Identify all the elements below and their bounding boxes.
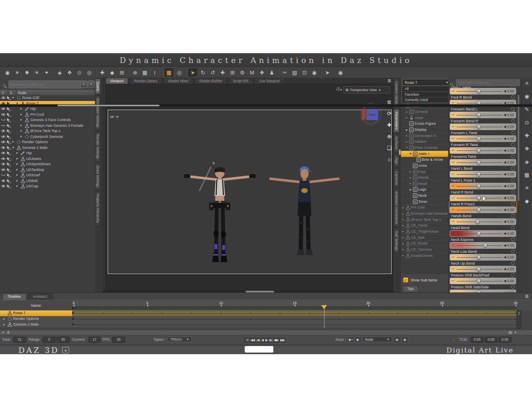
filter-add-button[interactable]: + [80, 81, 87, 88]
timeline-hscrollbar[interactable] [0, 104, 532, 107]
transform-icon[interactable]: ✚ [525, 133, 529, 139]
selectable-cursor-icon[interactable] [7, 146, 11, 151]
tab-viewport[interactable]: Viewport [106, 78, 128, 84]
range-end-value[interactable]: 30 [508, 330, 512, 335]
total-frames-field[interactable]: 31 [13, 337, 26, 343]
collapse-arrow-icon[interactable]: ▸ [402, 218, 404, 221]
slider-increment-button[interactable]: ◆ [504, 219, 506, 224]
scene-tree-row[interactable]: ▸Genesis 3 Face Controls [0, 117, 95, 123]
aspect-frame-icon[interactable]: ❏ [387, 145, 392, 151]
expand-arrow-icon[interactable]: ▾ [12, 146, 14, 149]
pan-icon[interactable]: ✚ [387, 122, 392, 128]
new-instance-icon[interactable]: ⊙ [74, 68, 84, 77]
collapse-arrow-icon[interactable]: ▸ [406, 128, 408, 132]
slider-decrement-button[interactable]: − [452, 148, 454, 153]
eye-open-icon[interactable] [1, 157, 6, 161]
parameter-tree-row[interactable]: ▸GHands [401, 175, 448, 181]
step-forward-button[interactable]: ▶| [270, 338, 272, 342]
tab-timeline[interactable]: Timeline [2, 293, 26, 300]
create-key-button[interactable]: ◆+ [347, 337, 354, 343]
timeline-row-name[interactable]: ▸Genesis 2 Male [0, 322, 72, 328]
puppeteer-icon[interactable]: ✎ [525, 106, 529, 112]
tab-scene[interactable]: Scene [95, 79, 101, 94]
collapse-arrow-icon[interactable]: ▸ [410, 176, 411, 180]
parameter-tree-row[interactable]: GTorso [401, 199, 448, 205]
hatching-tool-icon[interactable]: ▨ [290, 68, 300, 77]
tab-property-hierarchy[interactable]: Property Hierarchy [95, 191, 101, 226]
character-genesis-2-male[interactable] [266, 163, 343, 261]
tips-tab[interactable]: Tips [403, 285, 418, 292]
param-filter-currently-used[interactable]: Currently Used [402, 97, 449, 103]
hand-pose-icon[interactable]: ◈ [525, 159, 529, 165]
camera-selector[interactable]: ⊞ Perspective View ▼ [343, 86, 390, 94]
new-center-point-icon[interactable]: ◎ [84, 68, 94, 77]
selectable-cursor-icon[interactable] [7, 124, 11, 129]
collapse-arrow-icon[interactable]: ▸ [406, 110, 408, 114]
slider-value[interactable]: 0.00 [507, 195, 514, 201]
parameter-tree-row[interactable]: ▸CE_ThighHolster [401, 229, 448, 235]
collapse-arrow-icon[interactable]: ▸ [402, 229, 404, 233]
keyframe-marker[interactable]: + [220, 312, 222, 315]
slider-increment-button[interactable]: ◆ [504, 136, 506, 141]
scene-tree-row[interactable]: ▸USScarf [0, 173, 95, 178]
keyframe-marker[interactable]: + [367, 312, 369, 315]
tcb-c-field[interactable]: 0.00 [485, 337, 498, 343]
eye-open-icon[interactable] [1, 179, 6, 183]
slider-decrement-button[interactable]: − [452, 171, 454, 177]
rotate-tool-icon[interactable]: ↻ [198, 68, 208, 77]
slider-value[interactable]: 0.00 [507, 231, 514, 236]
current-frame-field[interactable]: 17 [88, 337, 101, 343]
collapse-arrow-icon[interactable]: ▸ [20, 112, 22, 116]
joint-editor-icon[interactable]: ⚙ [237, 68, 247, 77]
slider-handle[interactable] [477, 255, 481, 260]
parameter-tree-row[interactable]: GBow & Arrow [401, 157, 448, 163]
slider-control[interactable]: −◆0.00 [450, 88, 516, 94]
slider-value[interactable]: 0.00 [507, 112, 514, 118]
tab-script-ide[interactable]: Script IDE [228, 78, 253, 84]
collapse-arrow-icon[interactable]: ▸ [20, 107, 22, 110]
range-end-handle[interactable]: ▾ [515, 331, 516, 334]
slider-control[interactable]: −◆0.00 [450, 218, 516, 225]
slider-handle[interactable] [477, 267, 481, 272]
active-pose-tool-icon[interactable]: ↺ [208, 68, 218, 77]
translate-tool-icon[interactable]: ✚ [218, 68, 228, 77]
keyframe-marker[interactable]: + [338, 312, 340, 315]
slider-value[interactable]: 0.00 [507, 124, 514, 130]
parameter-tree-row[interactable]: ▸PH Cool [401, 205, 448, 211]
scene-tree-row[interactable]: ▸Bronwyn Hair Genesis 3 Female [0, 123, 95, 129]
slider-gear-icon[interactable] [511, 155, 515, 158]
slider-increment-button[interactable]: ◆ [504, 196, 506, 200]
collapse-arrow-icon[interactable]: ▸ [20, 129, 22, 133]
slider-control[interactable]: −◆0.00 [450, 183, 516, 189]
column-visibility[interactable]: V [0, 90, 8, 95]
slider-control[interactable]: −◆0.00 [450, 207, 516, 213]
step-back-button[interactable]: ◀ [261, 338, 263, 342]
slider-handle[interactable] [477, 136, 481, 142]
parameter-tree-row[interactable]: ▸CE_Belt [401, 235, 448, 241]
orbit-icon[interactable]: ⟳ [387, 110, 392, 117]
reset-camera-icon[interactable]: ⌂ [388, 156, 391, 162]
keyframe-marker[interactable]: + [426, 312, 428, 315]
slider-handle[interactable] [477, 89, 481, 94]
viewport-canvas[interactable]: 16 : 9 ☉▾ ⊞ Perspective View ▼ ≣ ⟳✚⊕❏⌂ F… [106, 84, 393, 291]
slider-control[interactable]: −◆0.00 [450, 124, 516, 130]
node-weight-icon[interactable]: ⊙ [525, 119, 529, 126]
slider-gear-icon[interactable] [511, 178, 515, 182]
slider-control[interactable]: −◆0.00 [450, 159, 516, 166]
selectable-cursor-icon[interactable] [7, 162, 11, 167]
scene-tree-row[interactable]: ▸dForce Tank Top A [0, 128, 95, 134]
playhead[interactable] [321, 305, 327, 309]
slider-track[interactable] [457, 245, 503, 246]
tab-animate2-constraints[interactable]: aniMate2 Constraints [394, 189, 399, 227]
scale-tool-icon[interactable]: ⊞ [228, 68, 237, 77]
scene-tree-row[interactable]: ▾Rosie G3F [0, 95, 95, 101]
fps-field[interactable]: 30 [112, 337, 125, 343]
scene-tree-row[interactable]: ▸PH Cool [0, 112, 95, 118]
previous-key-button[interactable]: |◀ [257, 338, 259, 342]
scene-grid-icon[interactable]: ▦ [164, 67, 174, 77]
slider-control[interactable]: −◆0.00 [450, 230, 516, 237]
collapse-arrow-icon[interactable]: ▸ [16, 179, 18, 182]
range-to-field[interactable]: 30 [56, 337, 70, 343]
slider-decrement-button[interactable]: − [452, 183, 454, 189]
slider-handle[interactable] [477, 160, 481, 165]
